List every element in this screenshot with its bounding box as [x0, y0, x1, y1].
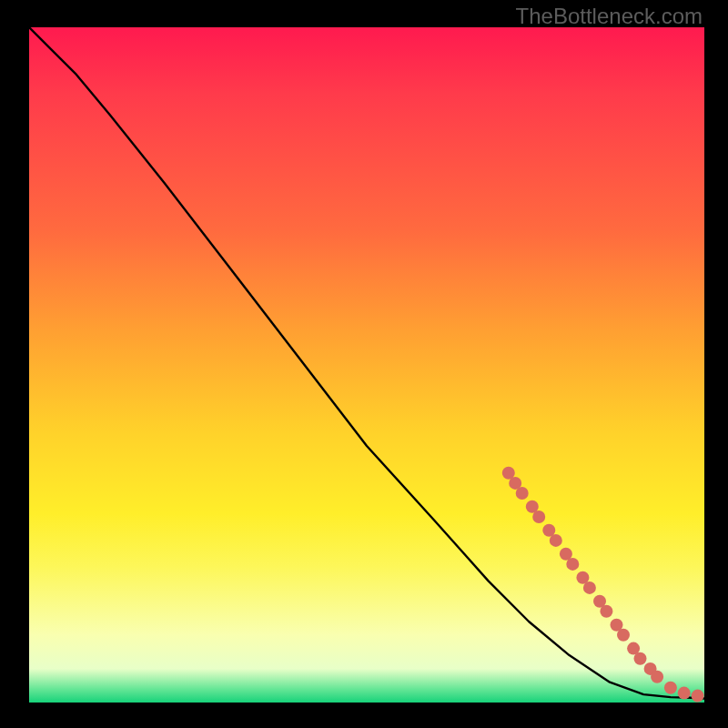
data-marker [692, 690, 704, 703]
data-marker [566, 558, 579, 571]
data-marker [678, 687, 691, 700]
data-marker [651, 671, 663, 683]
plot-area [29, 27, 704, 703]
data-marker [550, 534, 562, 547]
data-marker [516, 487, 529, 500]
data-markers [502, 467, 704, 703]
data-marker [634, 652, 647, 665]
data-marker [600, 605, 612, 618]
chart-frame: TheBottleneck.com [0, 0, 728, 728]
data-marker [532, 511, 545, 523]
data-marker [583, 581, 596, 594]
data-marker [617, 629, 630, 642]
watermark-text: TheBottleneck.com [516, 4, 703, 29]
chart-svg [29, 27, 704, 703]
data-marker [664, 682, 677, 694]
